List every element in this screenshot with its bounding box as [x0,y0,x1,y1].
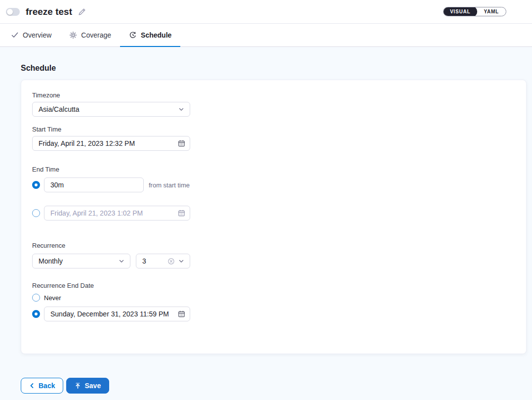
end-time-date-field [44,206,190,221]
upload-icon [75,382,81,389]
save-label: Save [84,382,101,390]
end-time-date-input[interactable] [44,206,190,221]
chevron-left-icon [29,383,35,389]
view-mode-toggle: VISUAL YAML [443,7,506,16]
start-time-input[interactable] [32,136,190,151]
recurrence-row: Monthly 3 [32,254,526,268]
save-button[interactable]: Save [66,378,109,394]
chevron-down-icon [178,106,185,113]
recurrence-end-label: Recurrence End Date [32,282,526,289]
section-title: Schedule [21,64,527,73]
recurrence-count-value: 3 [142,257,164,265]
page-title: freeze test [26,6,72,17]
clear-icon[interactable] [167,258,175,265]
visual-toggle-button[interactable]: VISUAL [443,7,477,16]
header: freeze test VISUAL YAML [0,0,532,24]
recurrence-type-select[interactable]: Monthly [32,254,130,268]
recurrence-type-value: Monthly [39,257,118,265]
end-time-label: End Time [32,166,526,173]
footer-actions: Back Save [21,378,527,394]
duration-input[interactable] [44,178,144,192]
end-time-duration-row: from start time [32,178,526,192]
recurrence-never-label: Never [44,294,61,302]
tab-schedule[interactable]: Schedule [120,24,180,46]
duration-suffix: from start time [149,181,190,189]
timezone-label: Timezone [32,91,526,99]
chevron-down-icon [178,258,185,265]
tab-overview[interactable]: Overview [2,24,60,46]
yaml-toggle-button[interactable]: YAML [477,7,506,16]
schedule-icon [129,31,137,39]
edit-title-button[interactable] [78,8,86,16]
recurrence-end-date-radio[interactable] [32,310,40,318]
check-icon [11,31,19,39]
recurrence-count-select[interactable]: 3 [136,254,190,268]
end-time-date-row [32,206,526,221]
tab-bar: Overview Coverage [0,24,532,47]
calendar-icon[interactable] [178,210,185,217]
calendar-icon[interactable] [178,311,185,318]
main-content: Schedule Timezone Asia/Calcutta Start Ti… [0,47,532,400]
back-button[interactable]: Back [21,378,63,394]
toggle-knob [7,9,13,15]
tab-label: Overview [23,31,51,39]
recurrence-end-date-field [44,307,190,321]
end-time-duration-radio[interactable] [32,181,40,189]
recurrence-end-date-row [32,307,526,321]
recurrence-never-row: Never [32,294,526,302]
schedule-card: Timezone Asia/Calcutta Start Time [21,80,527,354]
chevron-down-icon [118,258,125,265]
back-label: Back [39,382,55,390]
start-time-field [32,136,190,151]
timezone-value: Asia/Calcutta [39,105,178,113]
gear-icon [69,31,77,39]
recurrence-label: Recurrence [32,242,526,249]
tab-label: Coverage [81,31,111,39]
calendar-icon[interactable] [178,140,185,147]
pencil-icon [78,8,86,16]
tab-label: Schedule [141,31,171,39]
start-time-label: Start Time [32,126,526,133]
freeze-toggle[interactable] [6,8,20,16]
recurrence-never-radio[interactable] [32,294,40,302]
page: freeze test VISUAL YAML Overview [0,0,532,400]
end-time-date-radio[interactable] [32,209,40,217]
timezone-select[interactable]: Asia/Calcutta [32,102,190,117]
recurrence-end-date-input[interactable] [44,307,190,321]
tab-coverage[interactable]: Coverage [60,24,120,46]
